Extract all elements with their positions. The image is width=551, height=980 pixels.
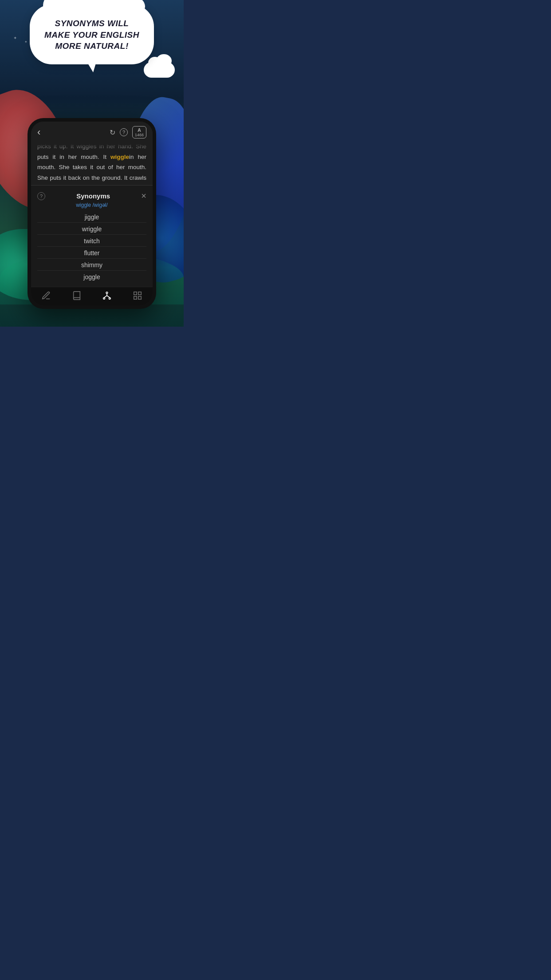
reading-area: ‹ ↻ ? A 1466 picks it up. It wiggles in … xyxy=(31,122,153,185)
nav-item-grid[interactable] xyxy=(133,291,142,303)
synonym-item-joggle[interactable]: joggle xyxy=(37,272,146,282)
vocab-count: 1466 xyxy=(135,133,144,137)
svg-line-5 xyxy=(107,296,110,298)
refresh-button[interactable]: ↻ xyxy=(110,128,115,137)
pronunciation-label: /wigəl/ xyxy=(93,202,108,208)
svg-point-2 xyxy=(109,298,111,300)
synonyms-panel: ? Synonyms × wiggle /wigəl/ jiggle wrigg… xyxy=(31,185,153,287)
svg-rect-6 xyxy=(134,292,137,295)
cloud-headline: SYNONYMS WILL MAKE YOUR ENGLISH MORE NAT… xyxy=(43,18,141,52)
book-icon xyxy=(72,291,82,303)
grid-icon xyxy=(133,291,142,303)
tree-icon xyxy=(102,291,112,303)
synonyms-close-button[interactable]: × xyxy=(141,191,146,201)
synonyms-title: Synonyms xyxy=(76,192,110,200)
top-bar: ‹ ↻ ? A 1466 xyxy=(31,122,153,141)
synonym-item-jiggle[interactable]: jiggle xyxy=(37,212,146,223)
edit-icon xyxy=(41,291,51,303)
bird-icon: ✦ xyxy=(13,36,17,40)
word-pronunciation: wiggle /wigəl/ xyxy=(37,202,146,208)
synonym-item-wriggle[interactable]: wriggle xyxy=(37,224,146,235)
small-cloud-decoration xyxy=(144,62,175,78)
svg-rect-7 xyxy=(138,292,141,295)
svg-rect-8 xyxy=(134,296,137,299)
phone-mockup: ‹ ↻ ? A 1466 picks it up. It wiggles in … xyxy=(28,118,156,309)
speech-bubble: SYNONYMS WILL MAKE YOUR ENGLISH MORE NAT… xyxy=(30,4,154,64)
vocab-letter: A xyxy=(138,127,141,133)
help-button[interactable]: ? xyxy=(120,128,128,136)
svg-rect-9 xyxy=(138,296,141,299)
nav-item-tree[interactable] xyxy=(102,291,112,303)
synonyms-help-icon[interactable]: ? xyxy=(37,192,45,200)
vocab-counter-badge[interactable]: A 1466 xyxy=(132,126,146,138)
synonym-item-twitch[interactable]: twitch xyxy=(37,236,146,247)
back-button[interactable]: ‹ xyxy=(37,127,40,137)
svg-point-0 xyxy=(106,292,108,294)
top-bar-actions: ↻ ? A 1466 xyxy=(110,126,146,138)
nav-item-read[interactable] xyxy=(72,291,82,303)
svg-line-4 xyxy=(104,296,107,298)
synonym-list: jiggle wriggle twitch flutter shimmy jog… xyxy=(37,212,146,282)
svg-point-1 xyxy=(103,298,105,300)
highlighted-word[interactable]: wiggle xyxy=(110,154,129,160)
synonym-item-shimmy[interactable]: shimmy xyxy=(37,260,146,271)
synonyms-header: ? Synonyms × xyxy=(37,191,146,201)
bottom-navigation xyxy=(31,287,153,305)
synonym-item-flutter[interactable]: flutter xyxy=(37,248,146,259)
reading-text-content: picks it up. It wiggles in her hand. She… xyxy=(31,141,153,185)
word-label: wiggle xyxy=(76,202,91,208)
phone-screen: ‹ ↻ ? A 1466 picks it up. It wiggles in … xyxy=(31,122,153,305)
bird-icon-2: ✦ xyxy=(24,40,28,44)
nav-item-write[interactable] xyxy=(41,291,51,303)
